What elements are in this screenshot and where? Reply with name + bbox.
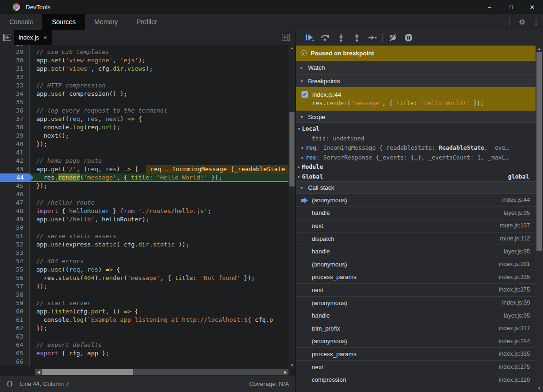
code-content-52[interactable]: app.use(express.static( cfg.dir.static )… (30, 240, 288, 249)
line-number-43[interactable]: 43 (0, 165, 30, 173)
callstack-frame[interactable]: nextroute.js:137 (296, 219, 536, 233)
resume-script-icon[interactable] (302, 32, 317, 44)
code-content-44[interactable]: res.render('message', { title: 'Hello Wo… (30, 173, 288, 182)
scroll-down-icon[interactable]: ▼ (537, 385, 541, 392)
line-number-62[interactable]: 62 (0, 324, 30, 332)
code-content-54[interactable]: // 404 errors (30, 257, 288, 266)
code-editor[interactable]: 2829// use EJS templates30app.set('view … (0, 45, 288, 369)
tab-console[interactable]: Console (0, 14, 42, 30)
code-content-46[interactable] (30, 190, 288, 199)
step-out-icon[interactable] (349, 32, 365, 44)
code-content-40[interactable]: }); (30, 140, 288, 148)
code-content-35[interactable] (30, 98, 288, 106)
code-content-64[interactable]: // export defaults (30, 341, 288, 349)
line-number-63[interactable]: 63 (0, 332, 30, 341)
code-content-37[interactable]: app.use((req, res, next) => { (30, 115, 288, 123)
code-content-61[interactable]: console.log(`Example app listening at ht… (30, 316, 288, 324)
code-content-43[interactable]: app.get('/', (req, res) => { req = Incom… (30, 165, 288, 173)
sidebar-vscroll-thumb[interactable] (536, 52, 542, 251)
line-number-42[interactable]: 42 (0, 157, 30, 165)
scope-prop-this[interactable]: this: undefined (296, 134, 536, 144)
file-tab-indexjs[interactable]: index.js × (14, 30, 52, 45)
step-over-icon[interactable] (317, 32, 333, 44)
code-content-41[interactable] (30, 148, 288, 157)
show-debugger-icon[interactable] (279, 30, 293, 45)
callstack-frame[interactable]: handlelayer.js:95 (296, 245, 536, 258)
code-content-62[interactable]: }); (30, 324, 288, 332)
editor-vertical-scrollbar[interactable]: ▲ ▼ (288, 45, 295, 369)
sidebar-vertical-scrollbar[interactable]: ▲ ▼ (536, 46, 543, 392)
callstack-frame[interactable]: handlelayer.js:95 (296, 309, 536, 322)
line-number-57[interactable]: 57 (0, 282, 30, 291)
callstack-frame[interactable]: process_paramsindex.js:335 (296, 271, 536, 284)
tab-memory[interactable]: Memory (85, 14, 127, 30)
line-number-51[interactable]: 51 (0, 232, 30, 240)
scroll-right-icon[interactable]: ▶ (282, 370, 288, 374)
code-content-63[interactable] (30, 332, 288, 341)
line-number-56[interactable]: 56 (0, 274, 30, 282)
callstack-frame[interactable]: trim_prefixindex.js:317 (296, 322, 536, 335)
line-number-40[interactable]: 40 (0, 140, 30, 148)
line-number-54[interactable]: 54 (0, 257, 30, 266)
pretty-print-icon[interactable]: {} (6, 380, 13, 387)
callstack-frame[interactable]: process_paramsindex.js:335 (296, 348, 536, 361)
code-content-36[interactable]: // log every request to the terminal (30, 106, 288, 115)
close-button[interactable]: ✕ (522, 0, 543, 14)
line-number-52[interactable]: 52 (0, 240, 30, 249)
code-content-34[interactable]: app.use( compression() ); (30, 90, 288, 98)
callstack-frame[interactable]: compressionindex.js:220 (296, 373, 536, 386)
code-content-47[interactable]: // /hello/ route (30, 199, 288, 207)
line-number-39[interactable]: 39 (0, 132, 30, 140)
line-number-37[interactable]: 37 (0, 115, 30, 123)
scope-group-global[interactable]: ▸Globalglobal (296, 172, 536, 182)
line-number-36[interactable]: 36 (0, 106, 30, 115)
scope-group-local[interactable]: ▾Local (296, 124, 536, 134)
callstack-frame[interactable]: (anonymous)index.js:44 (296, 194, 536, 207)
section-scope[interactable]: ▾ Scope (296, 111, 536, 123)
code-content-55[interactable]: app.use((req, res) => { (30, 266, 288, 274)
settings-gear-icon[interactable]: ⚙ (515, 18, 529, 27)
editor-horizontal-scrollbar[interactable]: ◀ ▶ (0, 369, 295, 375)
scroll-up-icon[interactable]: ▲ (537, 46, 541, 52)
callstack-frame[interactable]: handlelayer.js:95 (296, 207, 536, 220)
pause-on-exceptions-icon[interactable] (401, 32, 416, 44)
step-into-icon[interactable] (333, 32, 349, 44)
line-number-30[interactable]: 30 (0, 56, 30, 65)
code-content-58[interactable] (30, 291, 288, 299)
tab-sources[interactable]: Sources (42, 14, 85, 30)
line-number-41[interactable]: 41 (0, 148, 30, 157)
breakpoint-checkbox[interactable]: ✓ (302, 91, 308, 98)
code-content-49[interactable]: app.use('/hello', helloRouter); (30, 215, 288, 224)
scroll-down-icon[interactable]: ▼ (290, 362, 294, 369)
scroll-up-icon[interactable]: ▲ (290, 45, 294, 52)
line-number-49[interactable]: 49 (0, 215, 30, 224)
step-icon[interactable] (365, 32, 381, 44)
code-content-30[interactable]: app.set('view engine', 'ejs'); (30, 56, 288, 65)
line-number-59[interactable]: 59 (0, 299, 30, 307)
line-number-31[interactable]: 31 (0, 65, 30, 73)
more-options-kebab-icon[interactable]: ⋮ (529, 18, 543, 27)
line-number-38[interactable]: 38 (0, 123, 30, 132)
scope-prop-req[interactable]: ▸req: IncomingMessage {_readableState: R… (296, 143, 536, 153)
line-number-55[interactable]: 55 (0, 266, 30, 274)
line-number-60[interactable]: 60 (0, 307, 30, 316)
editor-hscroll-thumb[interactable] (42, 369, 133, 375)
callstack-frame[interactable]: (anonymous)index.js:39 (296, 297, 536, 310)
code-content-60[interactable]: app.listen(cfg.port, () => { (30, 307, 288, 316)
line-number-33[interactable]: 33 (0, 81, 30, 90)
code-content-32[interactable] (30, 73, 288, 81)
line-number-34[interactable]: 34 (0, 90, 30, 98)
section-watch[interactable]: ▸ Watch (296, 61, 536, 75)
line-number-61[interactable]: 61 (0, 316, 30, 324)
code-content-29[interactable]: // use EJS templates (30, 48, 288, 56)
code-content-65[interactable]: export { cfg, app }; (30, 349, 288, 358)
line-number-44[interactable]: 44 (0, 173, 30, 182)
scroll-left-icon[interactable]: ◀ (35, 370, 42, 374)
line-number-58[interactable]: 58 (0, 291, 30, 299)
tab-profiler[interactable]: Profiler (127, 14, 166, 30)
line-number-53[interactable]: 53 (0, 249, 30, 257)
line-number-46[interactable]: 46 (0, 190, 30, 199)
code-content-45[interactable]: }); (30, 182, 288, 190)
scope-group-module[interactable]: ▸Module (296, 162, 536, 172)
code-content-57[interactable]: }); (30, 282, 288, 291)
